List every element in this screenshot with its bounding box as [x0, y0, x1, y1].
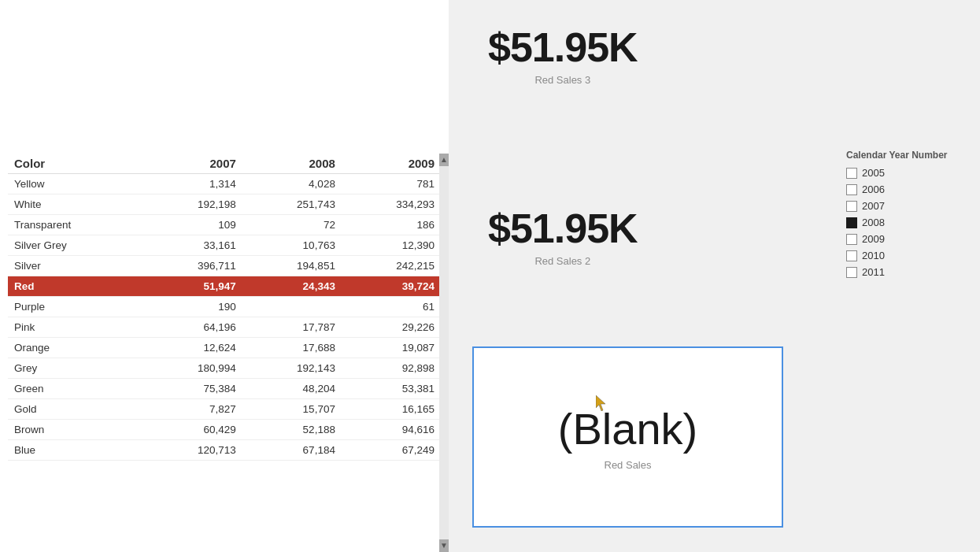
- table-row[interactable]: Yellow1,3144,028781: [8, 174, 441, 194]
- table-row[interactable]: Red51,94724,34339,724: [8, 276, 441, 297]
- col-header-color[interactable]: Color: [8, 154, 143, 174]
- legend-item[interactable]: 2006: [846, 183, 972, 195]
- kpi-middle-value: $51.95K: [488, 205, 638, 252]
- table-row[interactable]: Purple19061: [8, 297, 441, 317]
- legend-checkbox[interactable]: [846, 250, 857, 261]
- table-row[interactable]: Brown60,42952,18894,616: [8, 420, 441, 440]
- cell-color: Purple: [8, 297, 143, 317]
- cell-value: 334,293: [342, 194, 441, 215]
- cell-value: 251,743: [242, 194, 342, 215]
- data-table-container: Color 2007 2008 2009 Yellow1,3144,028781…: [8, 154, 441, 552]
- cell-color: Yellow: [8, 174, 143, 194]
- legend-checkbox[interactable]: [846, 217, 857, 228]
- legend-checkbox[interactable]: [846, 201, 857, 212]
- legend-checkbox[interactable]: [846, 267, 857, 278]
- legend-item[interactable]: 2008: [846, 217, 972, 228]
- legend-checkbox[interactable]: [846, 168, 857, 179]
- cell-value: 75,384: [143, 379, 242, 399]
- legend-year-label: 2009: [862, 233, 885, 245]
- kpi-middle-label: Red Sales 2: [488, 255, 638, 267]
- cell-value: 12,624: [143, 338, 242, 358]
- cell-color: Green: [8, 379, 143, 399]
- scroll-up-button[interactable]: ▲: [439, 154, 449, 166]
- legend-year-label: 2011: [862, 266, 885, 278]
- cell-value: 67,184: [242, 440, 342, 461]
- col-header-2009[interactable]: 2009: [342, 154, 441, 174]
- cell-value: 72: [242, 215, 342, 235]
- cell-value: 190: [143, 297, 242, 317]
- cell-value: 94,616: [342, 420, 441, 440]
- legend-item[interactable]: 2010: [846, 250, 972, 261]
- table-row[interactable]: Pink64,19617,78729,226: [8, 317, 441, 338]
- cell-value: 48,204: [242, 379, 342, 399]
- col-header-2007[interactable]: 2007: [143, 154, 242, 174]
- cell-color: Grey: [8, 358, 143, 379]
- cell-value: 186: [342, 215, 441, 235]
- legend-year-label: 2008: [862, 217, 885, 228]
- cell-value: 67,249: [342, 440, 441, 461]
- cell-value: 4,028: [242, 174, 342, 194]
- cell-value: 242,215: [342, 256, 441, 276]
- legend-checkbox[interactable]: [846, 184, 857, 195]
- cell-value: 92,898: [342, 358, 441, 379]
- color-data-table: Color 2007 2008 2009 Yellow1,3144,028781…: [8, 154, 441, 461]
- legend-items-container: 2005200620072008200920102011: [846, 167, 972, 278]
- cell-value: 17,688: [242, 338, 342, 358]
- legend-checkbox[interactable]: [846, 234, 857, 245]
- cell-color: Blue: [8, 440, 143, 461]
- legend-item[interactable]: 2011: [846, 266, 972, 278]
- cell-value: 192,198: [143, 194, 242, 215]
- table-row[interactable]: Grey180,994192,14392,898: [8, 358, 441, 379]
- cell-value: 19,087: [342, 338, 441, 358]
- cell-value: 24,343: [242, 276, 342, 297]
- legend-year-label: 2007: [862, 200, 885, 212]
- table-row[interactable]: Silver396,711194,851242,215: [8, 256, 441, 276]
- cell-color: White: [8, 194, 143, 215]
- legend-panel: Calendar Year Number 2005200620072008200…: [846, 150, 972, 283]
- cell-color: Gold: [8, 399, 143, 420]
- scroll-down-button[interactable]: ▼: [439, 539, 449, 552]
- cell-color: Red: [8, 276, 143, 297]
- table-row[interactable]: Silver Grey33,16110,76312,390: [8, 235, 441, 256]
- cell-color: Orange: [8, 338, 143, 358]
- legend-title: Calendar Year Number: [846, 150, 972, 161]
- cell-value: 51,947: [143, 276, 242, 297]
- cell-value: 781: [342, 174, 441, 194]
- legend-item[interactable]: 2009: [846, 233, 972, 245]
- cell-color: Silver: [8, 256, 143, 276]
- cell-value: 194,851: [242, 256, 342, 276]
- cell-value: 7,827: [143, 399, 242, 420]
- table-scrollbar[interactable]: ▲ ▼: [439, 154, 449, 552]
- cell-value: 17,787: [242, 317, 342, 338]
- cell-value: 16,165: [342, 399, 441, 420]
- legend-item[interactable]: 2005: [846, 167, 972, 179]
- cell-value: 39,724: [342, 276, 441, 297]
- table-row[interactable]: Orange12,62417,68819,087: [8, 338, 441, 358]
- legend-item[interactable]: 2007: [846, 200, 972, 212]
- table-row[interactable]: Green75,38448,20453,381: [8, 379, 441, 399]
- blank-card-label: Red Sales: [605, 459, 652, 471]
- kpi-top-value: $51.95K: [488, 24, 638, 71]
- table-row[interactable]: White192,198251,743334,293: [8, 194, 441, 215]
- kpi-top-card: $51.95K Red Sales 3: [488, 24, 638, 86]
- cell-value: 120,713: [143, 440, 242, 461]
- cell-value: 109: [143, 215, 242, 235]
- legend-year-label: 2005: [862, 167, 885, 179]
- cell-value: 33,161: [143, 235, 242, 256]
- table-row[interactable]: Gold7,82715,70716,165: [8, 399, 441, 420]
- blank-card-value: (Blank): [558, 403, 697, 454]
- main-content-area: $51.95K Red Sales 3 $51.95K Red Sales 2 …: [449, 0, 980, 552]
- col-header-2008[interactable]: 2008: [242, 154, 342, 174]
- blank-card[interactable]: (Blank) Red Sales: [472, 346, 783, 528]
- cell-value: 1,314: [143, 174, 242, 194]
- table-row[interactable]: Blue120,71367,18467,249: [8, 440, 441, 461]
- cell-value: 53,381: [342, 379, 441, 399]
- cell-value: 12,390: [342, 235, 441, 256]
- cell-value: 60,429: [143, 420, 242, 440]
- table-panel: Color 2007 2008 2009 Yellow1,3144,028781…: [0, 0, 449, 552]
- cell-value: 192,143: [242, 358, 342, 379]
- cell-value: 64,196: [143, 317, 242, 338]
- legend-year-label: 2010: [862, 250, 885, 261]
- table-row[interactable]: Transparent10972186: [8, 215, 441, 235]
- cell-value: 396,711: [143, 256, 242, 276]
